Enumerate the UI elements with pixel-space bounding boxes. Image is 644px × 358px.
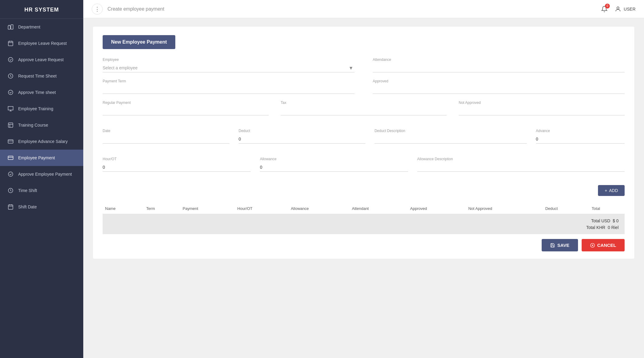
course-icon [7,122,14,128]
col-attendant: Attendant [349,203,408,214]
sidebar-item-employee-leave-request[interactable]: Employee Leave Request [0,35,83,51]
payment-icon [7,154,14,161]
total-khr-row: Total KHR 0 Riel [586,225,619,230]
sidebar-label-approve-time-sheet: Approve Time sheet [18,90,56,95]
attendance-input[interactable] [373,64,625,72]
employee-select[interactable]: Select a employee [103,64,355,72]
payment-term-input[interactable] [103,85,355,94]
svg-point-24 [617,7,619,9]
allowance-desc-field-group: Allowance Description [417,157,625,172]
notification-button[interactable]: 0 [599,4,609,14]
attendance-field-group: Attendance [373,58,625,72]
col-term: Term [144,203,180,214]
approved-field-group: Approved [373,79,625,94]
add-button[interactable]: + ADD [598,185,625,196]
bottom-actions: SAVE CANCEL [103,239,625,251]
training-icon [7,105,14,112]
sidebar-label-employee-payment: Employee Payment [18,155,55,160]
tax-input[interactable] [281,107,447,115]
sidebar-label-training-course: Training Course [18,123,48,128]
allowance-input[interactable] [260,163,408,172]
department-icon [7,24,14,30]
sidebar-item-approve-employee-payment[interactable]: Approve Employee Payment [0,166,83,182]
plus-icon: + [605,188,607,193]
salary-icon [7,138,14,145]
total-khr-label: Total KHR [586,225,605,230]
leave-icon [7,40,14,47]
sidebar-item-employee-payment[interactable]: Employee Payment [0,150,83,166]
date-input[interactable] [103,135,230,144]
not-approved-input[interactable] [459,107,625,115]
save-button[interactable]: SAVE [542,239,578,251]
cancel-label: CANCEL [597,243,616,248]
hour-ot-field-group: Hour/OT [103,157,251,172]
regular-payment-field-group: Regular Payment [103,101,269,115]
sidebar-label-approve-leave-request: Approve Leave Request [18,57,64,62]
notification-badge: 0 [605,4,610,8]
total-khr-value: 0 Riel [608,225,619,230]
user-menu[interactable]: USER [615,6,636,12]
totals-section: Total USD $ 0 Total KHR 0 Riel [103,214,625,234]
cancel-button[interactable]: CANCEL [582,239,625,251]
menu-button[interactable]: ⋮ [92,4,103,15]
approved-label: Approved [373,79,625,83]
hour-ot-input[interactable] [103,163,251,172]
svg-rect-1 [11,25,13,29]
approve-icon [7,56,14,63]
sidebar-item-request-time-sheet[interactable]: Request Time Sheet [0,68,83,84]
not-approved-label: Not Approved [459,101,625,105]
col-deduct: Deduct [543,203,589,214]
shiftdate-icon [7,204,14,210]
svg-rect-11 [8,123,13,128]
sidebar-item-shift-date[interactable]: Shift Date [0,199,83,215]
sidebar-item-training-course[interactable]: Training Course [0,117,83,133]
content-area: New Employee Payment Employee Select a e… [83,18,644,358]
deduct-desc-input[interactable] [375,135,527,144]
employee-label: Employee [103,58,355,62]
sidebar-label-department: Department [18,25,40,29]
sidebar-item-department[interactable]: Department [0,19,83,35]
hour-ot-label: Hour/OT [103,157,251,161]
employee-select-wrapper: Select a employee ▼ [103,64,355,72]
svg-point-8 [8,58,13,62]
sidebar-item-approve-time-sheet[interactable]: Approve Time sheet [0,84,83,101]
deduct-desc-field-group: Deduct Description [375,129,527,144]
svg-rect-20 [8,205,13,209]
app-title: HR SYSTEM [0,0,83,19]
tax-field-group: Tax [281,101,447,115]
sidebar-item-approve-leave-request[interactable]: Approve Leave Request [0,51,83,68]
form-card: New Employee Payment Employee Select a e… [93,27,634,259]
sidebar-item-employee-advance-salary[interactable]: Employee Advance Salary [0,133,83,150]
form-row-1: Employee Select a employee ▼ Attendance [103,58,625,79]
save-label: SAVE [557,243,570,248]
date-label: Date [103,129,230,133]
form-row-4: Date Deduct Deduct Description Advance [103,129,625,150]
sidebar-label-shift-date: Shift Date [18,204,37,209]
topbar: ⋮ Create employee payment 0 USER [83,0,644,18]
approved-input[interactable] [373,85,625,94]
cancel-icon [590,243,595,248]
deduct-input[interactable] [239,135,365,144]
svg-rect-0 [8,26,11,29]
deduct-label: Deduct [239,129,365,133]
col-approved: Approved [408,203,466,214]
allowance-desc-label: Allowance Description [417,157,625,161]
add-label: ADD [609,188,618,193]
new-employee-payment-button[interactable]: New Employee Payment [103,35,175,49]
main-area: ⋮ Create employee payment 0 USER New Emp… [83,0,644,358]
advance-input[interactable] [536,135,625,144]
allowance-desc-input[interactable] [417,163,625,172]
svg-rect-4 [8,41,13,46]
col-payment: Payment [180,203,235,214]
sidebar-item-employee-training[interactable]: Employee Training [0,101,83,117]
user-label: USER [624,7,636,12]
sidebar-label-employee-leave-request: Employee Leave Request [18,41,67,46]
col-not-approved: Not Approved [466,203,543,214]
col-name: Name [103,203,144,214]
sidebar-item-time-shift[interactable]: Time Shift [0,182,83,199]
svg-point-10 [8,90,13,95]
employee-field-group: Employee Select a employee ▼ [103,58,355,72]
clock-icon [7,73,14,79]
svg-rect-16 [8,156,13,160]
regular-payment-input[interactable] [103,107,269,115]
